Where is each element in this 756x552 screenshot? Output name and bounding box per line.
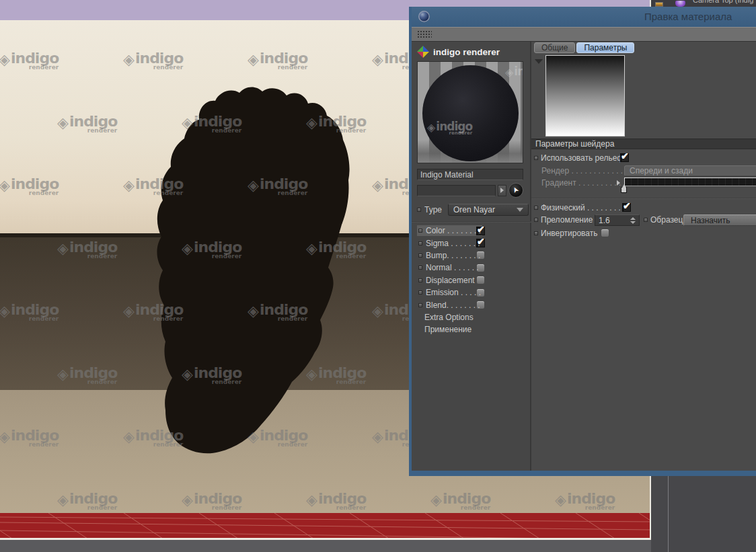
camera-object-label: Camera Top (Indig — [693, 0, 753, 4]
texture-row: ➤ — [417, 183, 523, 198]
sample-label: Образец — [650, 215, 683, 225]
indigo-diamond-icon: ◈ — [123, 177, 135, 194]
physical-checkbox[interactable] — [622, 203, 631, 212]
indigo-diamond-icon: ◈ — [182, 366, 193, 383]
channel-list: Color . . . . . . . . Sigma . . . . . . … — [417, 225, 530, 336]
type-value: Oren Nayar — [453, 205, 495, 214]
channel-row-color[interactable]: Color . . . . . . . . — [417, 225, 530, 237]
indigo-diamond-icon: ◈ — [248, 303, 259, 320]
param-dot-icon — [418, 253, 422, 258]
param-dot-icon — [534, 218, 538, 222]
assign-button[interactable]: Назначить — [683, 214, 756, 226]
indigo-diamond-icon: ◈ — [505, 66, 513, 81]
object-manager-row: Camera Top (Indig — [651, 0, 756, 7]
use-relief-checkbox[interactable] — [620, 153, 629, 162]
param-dot-icon — [418, 229, 422, 233]
indigo-watermark: ◈ indigorenderer — [427, 121, 472, 136]
type-dropdown[interactable]: Oren Nayar — [448, 204, 529, 216]
physical-label: Физический . . . . . . . . . . — [541, 203, 620, 212]
indigo-watermark: ◈indigorenderer — [0, 303, 59, 322]
gradient-label: Градиент . . . . . . . . . . . — [541, 178, 625, 188]
channel-row-blend[interactable]: Blend. . . . . . . . — [417, 299, 530, 311]
invert-checkbox[interactable] — [601, 229, 609, 237]
material-preview[interactable]: ◈ indigorenderer ◈ indigorenderer — [417, 61, 523, 163]
indigo-watermark: ◈indigorenderer — [182, 114, 241, 134]
material-name-input[interactable] — [417, 169, 523, 180]
indigo-watermark: ◈indigorenderer — [0, 428, 59, 448]
type-row: Type Oren Nayar — [417, 204, 530, 216]
cursor-arrow-icon: ➤ — [511, 185, 521, 194]
indigo-diamond-icon: ◈ — [57, 491, 69, 509]
sample-row: Образец — [644, 215, 683, 225]
brand-row: indigo renderer — [417, 44, 530, 59]
param-dot-icon — [534, 231, 538, 235]
channel-row-sigma[interactable]: Sigma . . . . . . . — [417, 237, 530, 249]
indigo-watermark: ◈indigorenderer — [248, 428, 307, 448]
material-panel: indigo renderer ◈ indigorenderer ◈ indig… — [412, 42, 531, 471]
texture-input[interactable] — [417, 185, 496, 196]
channel-row-normal[interactable]: Normal . . . . . . — [417, 262, 530, 274]
indigo-watermark: ◈indigorenderer — [306, 240, 366, 260]
indigo-diamond-icon: ◈ — [427, 121, 435, 136]
indigo-diamond-icon: ◈ — [123, 303, 135, 320]
indigo-diamond-icon: ◈ — [123, 51, 135, 69]
render-dropdown: Спереди и сзади — [624, 165, 756, 176]
gradient-row: Градиент . . . . . . . . . . . — [541, 178, 625, 188]
dialog-titlebar[interactable]: Правка материала — [412, 7, 756, 27]
indigo-diamond-icon: ◈ — [0, 428, 10, 446]
shader-section-header: Параметры шейдера — [531, 139, 756, 149]
indigo-watermark: ◈indigorenderer — [306, 114, 366, 134]
indigo-watermark: ◈indigorenderer — [182, 491, 241, 511]
tab-bar: Общие Параметры — [534, 42, 634, 53]
invert-row: Инвертировать — [534, 229, 598, 238]
indigo-watermark: ◈indigorenderer — [555, 491, 615, 511]
tab-parameters[interactable]: Параметры — [576, 42, 634, 53]
gradient-stop-knob[interactable] — [621, 187, 627, 193]
shader-gradient-preview[interactable] — [545, 55, 625, 136]
separator — [412, 221, 531, 223]
apply-item[interactable]: Применение — [417, 323, 530, 336]
indigo-diamond-icon: ◈ — [306, 114, 317, 132]
edit-material-dialog: Правка материала indigo renderer ◈ indig… — [409, 7, 756, 476]
texture-browse-button[interactable] — [498, 185, 506, 196]
indigo-watermark: ◈ indigorenderer — [505, 66, 523, 81]
grip-dots-icon — [417, 30, 432, 38]
indigo-watermark: ◈indigorenderer — [123, 51, 183, 71]
chevron-down-icon — [517, 208, 523, 212]
type-label: Type — [424, 205, 442, 214]
param-dot-icon — [644, 218, 648, 222]
refraction-spinner[interactable]: 1.6 — [595, 214, 640, 226]
tab-general[interactable]: Общие — [534, 42, 575, 53]
refraction-value: 1.6 — [599, 216, 610, 225]
expander-icon[interactable] — [535, 59, 543, 64]
indigo-diamond-icon: ◈ — [57, 114, 69, 132]
indigo-diamond-icon: ◈ — [0, 177, 10, 194]
indigo-watermark: ◈indigorenderer — [182, 366, 241, 385]
refraction-label: Преломление — [541, 215, 593, 225]
param-dot-icon — [418, 290, 422, 294]
gradient-editor-bar[interactable] — [624, 178, 756, 186]
indigo-diamond-icon: ◈ — [555, 491, 566, 509]
dialog-gripper[interactable] — [412, 27, 756, 42]
use-relief-label: Использовать рельеф — [541, 153, 620, 163]
indigo-diamond-icon: ◈ — [182, 114, 193, 132]
channel-row-bump[interactable]: Bump. . . . . . . . — [417, 249, 530, 262]
extra-options-item[interactable]: Extra Options — [417, 311, 530, 323]
camera-object-icon — [675, 1, 685, 7]
indigo-diamond-icon: ◈ — [306, 491, 317, 509]
indigo-watermark: ◈indigorenderer — [0, 177, 59, 196]
indigo-watermark: ◈indigorenderer — [57, 491, 117, 511]
param-dot-icon — [418, 241, 422, 245]
indigo-diamond-icon: ◈ — [123, 428, 135, 446]
spinner-arrows-icon[interactable] — [630, 217, 636, 224]
pick-button[interactable]: ➤ — [508, 183, 523, 198]
triangle-right-icon — [500, 188, 504, 193]
indigo-watermark: ◈indigorenderer — [123, 428, 183, 448]
indigo-diamond-icon: ◈ — [372, 51, 383, 69]
triangle-right-icon[interactable] — [617, 180, 620, 186]
brand-label: indigo renderer — [433, 47, 500, 57]
channel-row-displacement[interactable]: Displacement — [417, 274, 530, 286]
use-relief-row: Использовать рельеф — [534, 153, 620, 163]
channel-row-emission[interactable]: Emission . . . . . — [417, 286, 530, 299]
render-row: Рендер . . . . . . . . . . . . . . — [541, 166, 625, 175]
